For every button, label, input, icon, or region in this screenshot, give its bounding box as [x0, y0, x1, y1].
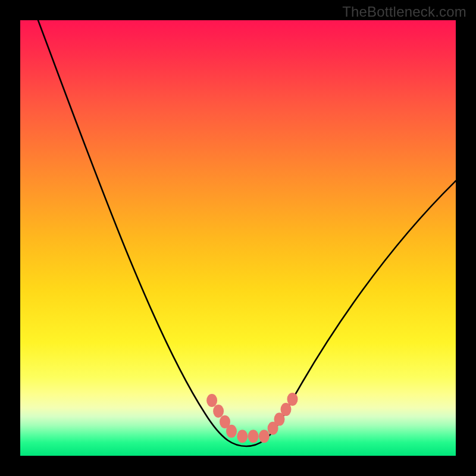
curve-marker [226, 425, 237, 438]
chart-plot-area [20, 20, 456, 456]
curve-marker [213, 405, 224, 418]
curve-marker [237, 430, 248, 443]
curve-marker [287, 393, 298, 406]
curve-marker [248, 430, 259, 443]
curve-marker [281, 403, 292, 416]
bead-group [206, 393, 298, 443]
watermark-text: TheBottleneck.com [342, 4, 466, 20]
curve-marker [206, 394, 217, 407]
bottleneck-curve-svg [20, 20, 456, 456]
bottleneck-curve-path [38, 20, 456, 446]
curve-marker [259, 430, 270, 443]
